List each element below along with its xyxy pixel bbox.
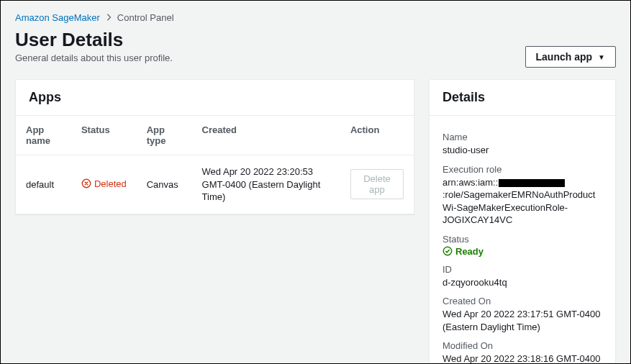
detail-id-value: d-zqyorooku4tq	[442, 276, 602, 289]
chevron-right-icon	[106, 12, 112, 23]
detail-id-label: ID	[442, 264, 602, 275]
detail-modified-value: Wed Apr 20 2022 23:18:16 GMT-0400 (Easte…	[442, 352, 602, 364]
col-status: Status	[71, 116, 137, 155]
delete-app-button: Delete app	[350, 169, 404, 199]
cell-app-type: Canvas	[137, 155, 192, 214]
page-subtitle: General details about this user profile.	[15, 53, 173, 63]
details-panel: Details Name studio-user Execution role …	[429, 79, 616, 364]
detail-role-label: Execution role	[442, 164, 602, 175]
apps-table: App name Status App type Created Action …	[16, 116, 414, 214]
apps-panel: Apps App name Status App type Created Ac…	[15, 79, 414, 214]
detail-modified-label: Modified On	[442, 340, 602, 351]
cell-created: Wed Apr 20 2022 23:20:53 GMT-0400 (Easte…	[192, 155, 340, 214]
breadcrumb: Amazon SageMaker Control Panel	[15, 12, 616, 23]
role-arn-suffix: :role/SagemakerEMRNoAuthProductWi-SageMa…	[442, 189, 595, 225]
caret-down-icon: ▼	[598, 53, 605, 61]
cell-app-name: default	[16, 155, 71, 214]
launch-app-button[interactable]: Launch app ▼	[525, 46, 616, 68]
col-app-name: App name	[16, 116, 71, 155]
table-row: default Deleted Canvas Wed Apr 2	[16, 155, 414, 214]
status-deleted-text: Deleted	[94, 178, 127, 189]
status-badge-ready: Ready	[442, 246, 602, 257]
detail-created-label: Created On	[442, 296, 602, 306]
col-app-type: App type	[137, 116, 192, 155]
error-circle-icon	[81, 178, 91, 188]
detail-name-label: Name	[442, 132, 602, 142]
breadcrumb-current: Control Panel	[117, 12, 174, 23]
redacted-account-id	[499, 179, 565, 187]
status-badge-deleted: Deleted	[81, 178, 127, 189]
col-action: Action	[340, 116, 414, 155]
check-circle-icon	[442, 246, 453, 256]
details-panel-title: Details	[430, 80, 615, 116]
col-created: Created	[192, 116, 340, 155]
detail-created-value: Wed Apr 20 2022 23:17:51 GMT-0400 (Easte…	[442, 308, 602, 333]
apps-panel-title: Apps	[16, 80, 414, 116]
page-title: User Details	[15, 29, 173, 51]
detail-status-label: Status	[442, 234, 602, 245]
status-ready-text: Ready	[455, 246, 484, 257]
detail-role-value: arn:aws:iam:::role/SagemakerEMRNoAuthPro…	[442, 176, 602, 227]
role-arn-prefix: arn:aws:iam::	[442, 177, 498, 188]
breadcrumb-root-link[interactable]: Amazon SageMaker	[15, 12, 100, 23]
launch-app-label: Launch app	[536, 51, 593, 63]
detail-name-value: studio-user	[442, 144, 602, 157]
